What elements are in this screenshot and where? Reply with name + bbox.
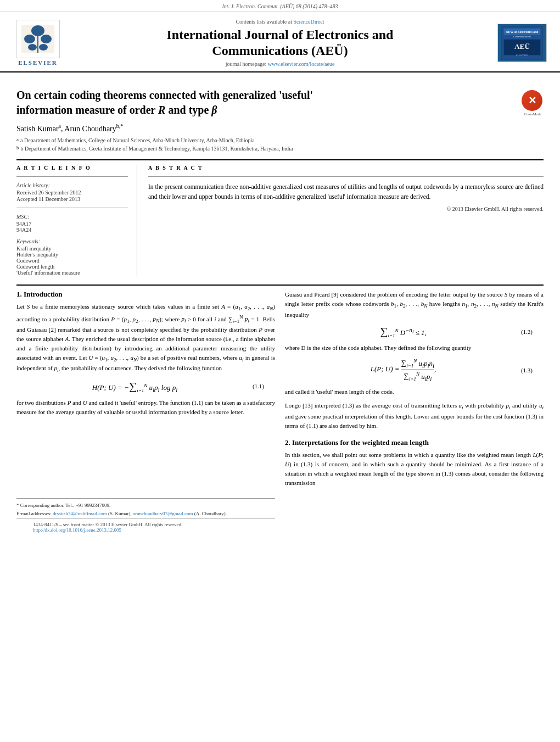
keyword-2: Holder's inequality: [16, 252, 128, 258]
svg-text:ELSEVIER: ELSEVIER: [516, 54, 529, 57]
authors: Satish Kumara, Arun Choudharyb,*: [16, 123, 544, 133]
copyright-line: © 2013 Elsevier GmbH. All rights reserve…: [148, 206, 544, 212]
footnote-email: E-mail addresses: drsatish74@rediffmail.…: [16, 510, 275, 517]
keywords-label: Keywords:: [16, 238, 128, 244]
affiliations: a a Department of Mathematics, College o…: [16, 136, 544, 153]
keyword-3: Codeword: [16, 258, 128, 264]
right-intro-para: Guiasu and Picard [9] considered the pro…: [285, 290, 544, 319]
affil-b-text: b Department of Mathematics, Geeta Insti…: [21, 144, 293, 153]
issn-line: 1434-8411/$ – see front matter © 2013 El…: [33, 522, 259, 527]
email-satish[interactable]: drsatish74@rediffmail.com: [53, 511, 107, 516]
elsevier-logo: ELSEVIER: [13, 20, 63, 66]
affil-a-text: a Department of Mathematics, College of …: [20, 136, 255, 144]
section1-number: 1.: [16, 290, 22, 298]
affil-a-sup: a: [16, 136, 19, 144]
msc-code-1: 94A17: [16, 221, 128, 227]
svg-text:AEÜ: AEÜ: [514, 42, 530, 51]
equation-1-2-content: ∑i=1N D−ni ≤ 1,: [296, 325, 511, 338]
section1-heading: Introduction: [24, 290, 63, 298]
equation-1-1-number: (1.1): [242, 383, 264, 389]
svg-point-3: [24, 35, 35, 43]
body-divider: [16, 284, 544, 286]
keyword-4: Codeword length: [16, 264, 128, 270]
journal-homepage-url[interactable]: www.elsevier.com/locate/aeue: [268, 61, 335, 67]
affiliation-a: a a Department of Mathematics, College o…: [16, 136, 544, 144]
abstract-heading: A B S T R A C T: [148, 165, 544, 171]
history-label: Article history:: [16, 182, 128, 188]
elsevier-logo-box: [16, 20, 60, 58]
footnote-star: * Corresponding author. Tel.: +91 999234…: [16, 502, 275, 509]
journal-header: ELSEVIER Contents lists available at Sci…: [0, 12, 560, 72]
article-content: On certain coding theorems connected wit…: [0, 72, 560, 545]
equation-1-1-content: H(P; U) = −∑i=1N uipi log pi: [27, 380, 242, 393]
svg-text:NEW af Electronics and: NEW af Electronics and: [506, 30, 539, 34]
msc-code-2: 94A24: [16, 227, 128, 233]
equation-1-2-number: (1.2): [511, 328, 533, 335]
section1-title: 1. Introduction: [16, 290, 275, 299]
equation-1-3: L(P; U) = ∑i=1N uipini ∑i=1N uipi , (1.3…: [296, 358, 533, 382]
elsevier-label: ELSEVIER: [18, 59, 58, 66]
doi-link[interactable]: http://dx.doi.org/10.1016/j.aeue.2013.12…: [33, 527, 121, 533]
journal-title: International Journal of Electronics and…: [74, 27, 486, 59]
journal-logo-box: NEW af Electronics and Communications AE…: [497, 24, 547, 62]
article-title-section: On certain coding theorems connected wit…: [16, 88, 544, 118]
right-longo-para: Longo [13] interpreted (1.3) as the aver…: [285, 401, 544, 430]
keyword-5: 'Useful' information measure: [16, 270, 128, 276]
article-info-column: A R T I C L E I N F O Article history: R…: [16, 165, 137, 276]
abstract-text: In the present communication three non-a…: [148, 182, 544, 202]
accepted-date: Accepted 11 December 2013: [16, 196, 128, 202]
svg-point-4: [41, 35, 52, 43]
elsevier-tree-svg: [19, 23, 57, 55]
crossmark-icon: ✕: [522, 90, 542, 111]
article-info-heading: A R T I C L E I N F O: [16, 165, 128, 171]
bottom-bar: 1434-8411/$ – see front matter © 2013 El…: [16, 518, 275, 536]
doi-line: http://dx.doi.org/10.1016/j.aeue.2013.12…: [33, 527, 259, 533]
footnote-area: * Corresponding author. Tel.: +91 999234…: [16, 498, 275, 517]
equation-1-3-content: L(P; U) = ∑i=1N uipini ∑i=1N uipi ,: [296, 358, 511, 382]
section2-block: 2. Interpretations for the weighted mean…: [285, 438, 544, 488]
page-wrapper: Int. J. Electron. Commun. (AEÜ) 68 (2014…: [0, 0, 560, 742]
article-title: On certain coding theorems connected wit…: [16, 88, 313, 118]
section2-heading: Interpretations for the weighted mean le…: [292, 438, 429, 447]
journal-reference: Int. J. Electron. Commun. (AEÜ) 68 (2014…: [222, 3, 338, 9]
main-body: 1. Introduction Let S be a finite memory…: [16, 290, 544, 536]
abstract-divider: [148, 176, 544, 177]
msc-section: MSC: 94A17 94A24: [16, 214, 128, 233]
affil-b-sup: b: [16, 144, 19, 152]
left-column: 1. Introduction Let S be a finite memory…: [16, 290, 275, 536]
right-column: Guiasu and Picard [9] considered the pro…: [285, 290, 544, 536]
right-after-eq12: where D is the size of the code alphabet…: [285, 343, 544, 353]
journal-homepage-label: journal homepage:: [226, 61, 267, 67]
article-info-divider2: [16, 208, 128, 208]
top-bar: Int. J. Electron. Commun. (AEÜ) 68 (2014…: [0, 0, 560, 12]
svg-text:Communications: Communications: [513, 35, 531, 38]
crossmark-badge: ✕ CrossMark: [522, 90, 544, 112]
section1-after-eq1: for two distributions P and U and called…: [16, 398, 275, 417]
equation-1-1: H(P; U) = −∑i=1N uipi log pi (1.1): [27, 380, 264, 393]
equation-1-2: ∑i=1N D−ni ≤ 1, (1.2): [296, 325, 533, 338]
journal-cover-svg: NEW af Electronics and Communications AE…: [500, 26, 544, 60]
keyword-1: Kraft inequality: [16, 246, 128, 252]
right-after-eq13: and called it 'useful' mean length of th…: [285, 387, 544, 397]
affiliation-b: b b Department of Mathematics, Geeta Ins…: [16, 144, 544, 153]
abstract-column: A B S T R A C T In the present communica…: [148, 165, 544, 276]
info-abstract-row: A R T I C L E I N F O Article history: R…: [16, 165, 544, 276]
section1-intro-para: Let S be a finite memoryless stationary …: [16, 302, 275, 374]
email-arun[interactable]: arunchoudhary07@gmail.com: [133, 511, 193, 516]
section2-number: 2.: [285, 438, 290, 447]
section2-title: 2. Interpretations for the weighted mean…: [285, 438, 544, 447]
equation-1-3-number: (1.3): [511, 367, 533, 373]
journal-center: Contents lists available at ScienceDirec…: [63, 19, 497, 67]
sciencedirect-anchor[interactable]: ScienceDirect: [293, 19, 324, 25]
sciencedirect-link: Contents lists available at ScienceDirec…: [74, 19, 486, 25]
crossmark-label: CrossMark: [522, 112, 544, 116]
header-divider: [16, 159, 544, 160]
keywords-section: Keywords: Kraft inequality Holder's ineq…: [16, 238, 128, 276]
sciencedirect-text: Contents lists available at: [236, 19, 292, 25]
received-date: Received 26 September 2012: [16, 189, 128, 196]
journal-homepage: journal homepage: www.elsevier.com/locat…: [74, 61, 486, 67]
svg-point-6: [39, 44, 48, 51]
article-info-divider1: [16, 176, 128, 177]
msc-label: MSC:: [16, 214, 128, 220]
svg-point-5: [28, 44, 37, 51]
